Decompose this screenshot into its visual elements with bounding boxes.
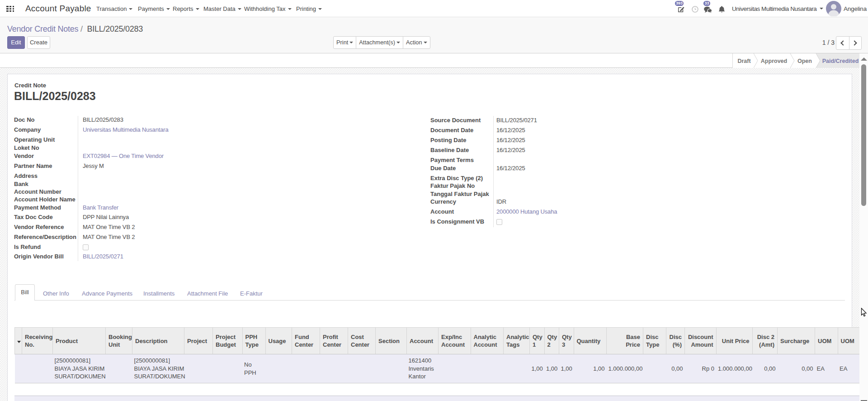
- svg-text:Draft: Draft: [737, 58, 751, 64]
- svg-text:Approved: Approved: [761, 58, 787, 64]
- svg-text:Paid/Credited: Paid/Credited: [822, 58, 859, 64]
- svg-text:Open: Open: [797, 58, 812, 64]
